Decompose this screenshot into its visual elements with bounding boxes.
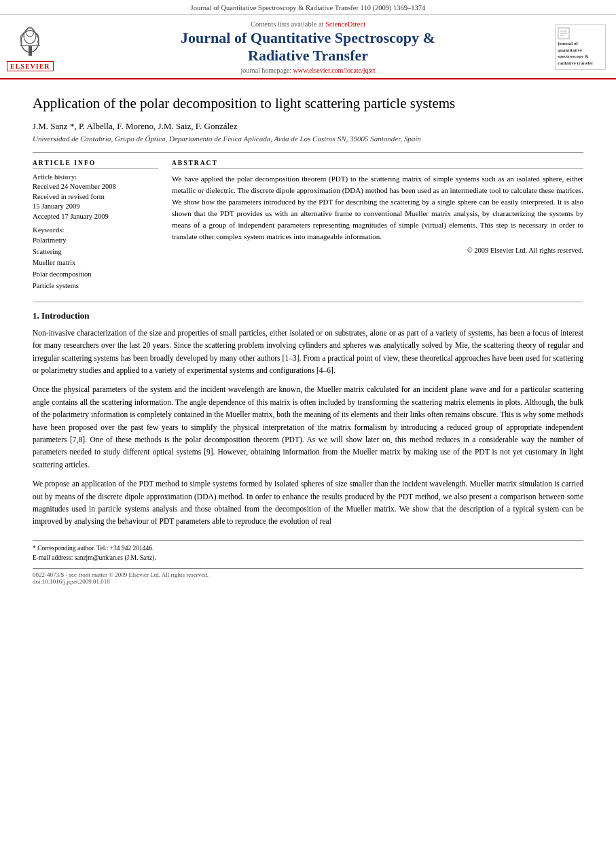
email-note: E-mail address: sanzjm@unican.es (J.M. S…	[33, 553, 583, 562]
copyright-bar-text: 0022-4073/$ - see front matter © 2009 El…	[33, 571, 583, 578]
elsevier-logo-area: ELSEVIER	[7, 20, 61, 74]
top-metadata-bar: Journal of Quantitative Spectroscopy & R…	[0, 0, 616, 15]
keyword-4: Polar decomposition	[33, 269, 158, 281]
thumb-icon	[558, 27, 570, 39]
divider-2	[33, 302, 583, 302]
main-content: Application of the polar decomposition t…	[0, 94, 616, 585]
journal-homepage: journal homepage: www.elsevier.com/locat…	[240, 67, 375, 74]
keyword-3: Mueller matrix	[33, 257, 158, 269]
affiliation: Universidad de Cantabria, Grupo de Óptic…	[33, 135, 583, 143]
sciencedirect-line: Contents lists available at ScienceDirec…	[251, 20, 365, 28]
intro-paragraph-3: We propose an application of the PDT met…	[33, 478, 583, 528]
article-info-label: Article Info	[33, 160, 158, 169]
elsevier-label: ELSEVIER	[7, 61, 54, 71]
journal-header-center: Contents lists available at ScienceDirec…	[67, 20, 549, 74]
divider-1	[33, 152, 583, 153]
sciencedirect-link[interactable]: ScienceDirect	[325, 20, 365, 28]
abstract-text: We have applied the polar decomposition …	[172, 173, 583, 243]
accepted-date: Accepted 17 January 2009	[33, 212, 158, 222]
journal-title: Journal of Quantitative Spectroscopy & R…	[181, 29, 435, 65]
article-info-column: Article Info Article history: Received 2…	[33, 160, 158, 292]
corresponding-author-note: * Corresponding author. Tel.: +34 942 20…	[33, 543, 583, 553]
journal-header: ELSEVIER Contents lists available at Sci…	[0, 15, 616, 79]
footer-copyright-bar: 0022-4073/$ - see front matter © 2009 El…	[33, 568, 583, 585]
elsevier-logo: ELSEVIER	[7, 22, 54, 71]
intro-paragraph-2: Once the physical parameters of the syst…	[33, 383, 583, 471]
revised-date-1: Received in revised form	[33, 192, 158, 202]
keywords-list: Polarimetry Scattering Mueller matrix Po…	[33, 235, 158, 292]
keyword-1: Polarimetry	[33, 235, 158, 247]
keywords-label: Keywords:	[33, 226, 158, 234]
received-date: Received 24 November 2008	[33, 182, 158, 192]
abstract-column: Abstract We have applied the polar decom…	[172, 160, 583, 292]
keyword-5: Particle systems	[33, 281, 158, 292]
revised-date-2: 15 January 2009	[33, 202, 158, 212]
authors: J.M. Sanz *, P. Albella, F. Moreno, J.M.…	[33, 121, 583, 132]
journal-thumbnail-area: journal of quantitative spectroscopy & r…	[555, 20, 609, 74]
svg-rect-1	[29, 46, 32, 56]
doi-text: doi:10.1016/j.jqsrt.2009.01.018	[33, 578, 583, 585]
star-footnote: * Corresponding author. Tel.: +34 942 20…	[33, 543, 583, 563]
copyright: © 2009 Elsevier Ltd. All rights reserved…	[172, 247, 583, 254]
journal-thumbnail: journal of quantitative spectroscopy & r…	[555, 24, 606, 70]
intro-paragraph-1: Non-invasive characterization of the siz…	[33, 327, 583, 377]
homepage-link[interactable]: www.elsevier.com/locate/jqsrt	[293, 67, 376, 74]
article-history-label: Article history:	[33, 173, 158, 181]
article-title: Application of the polar decomposition t…	[33, 94, 583, 113]
introduction-heading: 1. Introduction	[33, 310, 583, 321]
journal-citation: Journal of Quantitative Spectroscopy & R…	[191, 4, 426, 12]
footer-area: * Corresponding author. Tel.: +34 942 20…	[33, 540, 583, 586]
abstract-label: Abstract	[172, 160, 583, 169]
keyword-2: Scattering	[33, 247, 158, 258]
info-abstract-section: Article Info Article history: Received 2…	[33, 160, 583, 292]
elsevier-tree-icon	[12, 22, 49, 60]
